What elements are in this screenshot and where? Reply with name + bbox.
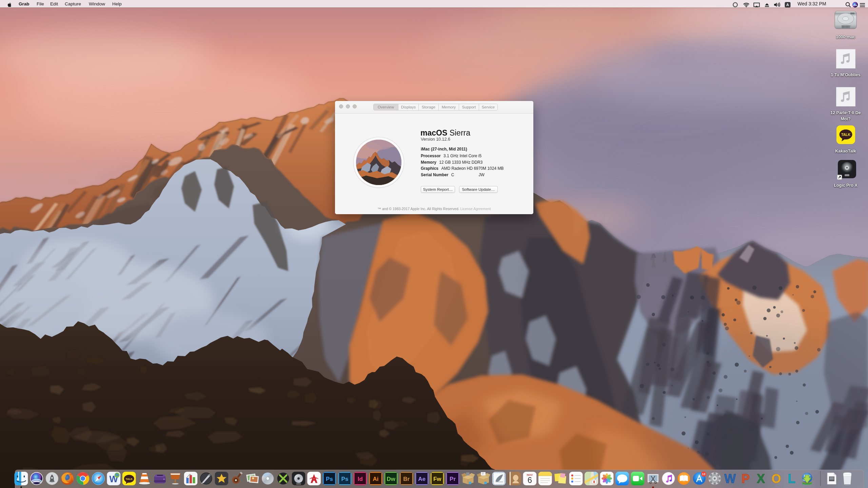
svg-text:Id: Id: [358, 476, 363, 482]
svg-text:6: 6: [528, 475, 532, 485]
svg-text:TALK: TALK: [841, 133, 851, 137]
svg-text:Br: Br: [403, 476, 410, 482]
svg-text:A: A: [786, 3, 789, 7]
svg-text:W: W: [724, 472, 736, 486]
svg-text:TALK: TALK: [125, 477, 133, 481]
svg-text:13: 13: [702, 472, 705, 476]
svg-text:Ae: Ae: [418, 476, 426, 482]
svg-text:Ps: Ps: [341, 476, 349, 482]
svg-text:X: X: [757, 472, 765, 486]
svg-text:L: L: [788, 472, 795, 486]
svg-text:O: O: [772, 472, 781, 486]
svg-text:P: P: [742, 472, 750, 486]
svg-text:Ai: Ai: [373, 476, 378, 482]
svg-text:Fw: Fw: [433, 476, 441, 482]
svg-text:Ps: Ps: [326, 476, 333, 482]
svg-text:Dw: Dw: [387, 476, 396, 482]
svg-text:Pr: Pr: [450, 476, 456, 482]
